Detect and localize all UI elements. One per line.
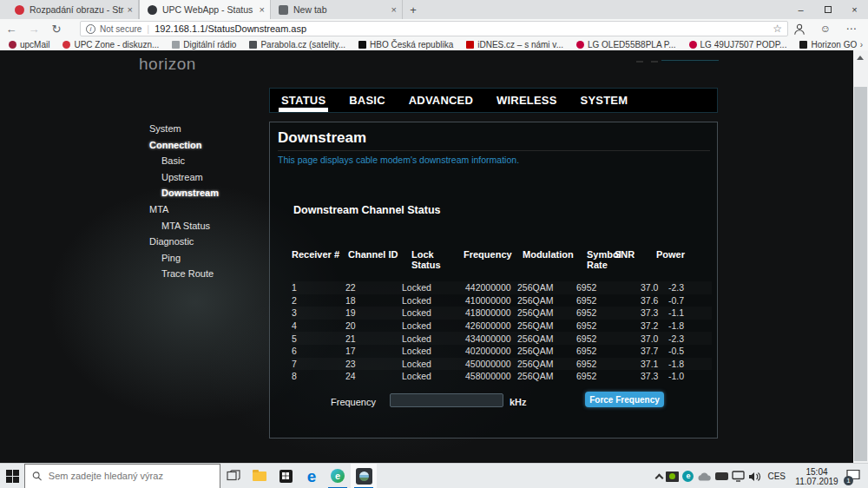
network-monitor-icon[interactable] — [732, 471, 745, 482]
refresh-button[interactable]: ↻ — [45, 23, 68, 36]
nav-tab[interactable]: WIRELESS — [496, 89, 557, 112]
search-input[interactable] — [49, 471, 213, 481]
sidebar-item[interactable]: Diagnostic — [149, 234, 279, 250]
table-header-cell: Lock Status — [411, 249, 464, 270]
sidebar-item[interactable]: Basic — [149, 153, 279, 169]
cell-modulation: 256QAM — [517, 333, 576, 344]
bookmark-favicon-icon — [358, 41, 366, 49]
table-header-cell: Modulation — [523, 249, 587, 270]
nav-tab[interactable]: ADVANCED — [409, 89, 473, 112]
cell-lock-status: Locked — [402, 371, 465, 381]
info-icon[interactable]: i — [86, 24, 95, 34]
battery-tray-icon[interactable] — [715, 472, 728, 480]
cell-power: -2.3 — [668, 282, 710, 293]
tab-close-icon[interactable]: × — [128, 4, 133, 15]
onedrive-cloud-icon[interactable] — [697, 472, 712, 481]
frequency-input[interactable] — [390, 393, 503, 407]
url-text[interactable]: 192.168.1.1/StatusDownstream.asp — [155, 23, 769, 34]
browser-toolbar: ← → ↻ i Not secure | 192.168.1.1/StatusD… — [0, 19, 868, 38]
nav-tab[interactable]: BASIC — [349, 89, 385, 112]
speaker-icon[interactable] — [748, 472, 761, 482]
cell-power: -1.1 — [668, 307, 710, 318]
cell-frequency: 434000000 — [465, 333, 517, 344]
scrollbar-up-arrow-icon[interactable] — [857, 56, 864, 60]
bookmark-item[interactable]: LG OLED55B8PLA P... — [576, 40, 676, 49]
sidebar-item[interactable]: Upstream — [149, 169, 279, 186]
browser-tab-bar: Rozpadání obrazu - Stránka 2 - T × UPC W… — [0, 0, 868, 19]
bookmarks-overflow-chevron-icon[interactable]: › — [860, 38, 863, 50]
horizon-logo: horizon — [139, 55, 196, 74]
cell-symbol-rate: 6952 — [576, 320, 641, 331]
sidebar-item[interactable]: System — [149, 121, 279, 137]
taskbar-search[interactable] — [24, 464, 220, 488]
cell-frequency: 450000000 — [465, 359, 517, 369]
minimize-button[interactable]: – — [787, 0, 814, 19]
store-icon — [279, 470, 293, 483]
sidebar-item[interactable]: Trace Route — [149, 266, 279, 282]
browser-scrollbar[interactable] — [853, 50, 868, 463]
browser-tab[interactable]: UPC WebApp - Status × — [139, 0, 271, 19]
force-frequency-button[interactable]: Force Frequency — [585, 392, 664, 407]
favorite-star-icon[interactable]: ☆ — [773, 23, 782, 35]
bookmark-item[interactable]: Digitální rádio — [172, 40, 236, 49]
sidebar-item[interactable]: Ping — [149, 250, 279, 267]
table-row: 2 18 Locked 410000000 256QAM 6952 37.6 -… — [292, 294, 712, 307]
partial-element — [636, 61, 643, 63]
bookmark-item[interactable]: LG 49UJ7507 PODP... — [689, 40, 787, 49]
photos-app-button[interactable] — [351, 464, 377, 488]
nvidia-tray-icon[interactable] — [666, 472, 679, 482]
file-explorer-button[interactable] — [247, 464, 273, 488]
address-bar[interactable]: i Not secure | 192.168.1.1/StatusDownstr… — [80, 21, 788, 36]
forward-button[interactable]: → — [23, 23, 45, 36]
store-button[interactable] — [273, 464, 299, 488]
maximize-icon — [825, 6, 832, 13]
cell-modulation: 256QAM — [517, 359, 576, 369]
bookmark-item[interactable]: HBO Česká republika — [358, 40, 453, 49]
language-indicator[interactable]: CES — [765, 472, 788, 481]
feedback-smiley-icon[interactable]: ☺ — [812, 23, 838, 35]
bookmark-favicon-icon — [172, 41, 180, 49]
close-button[interactable]: × — [841, 0, 868, 19]
bookmark-item[interactable]: Parabola.cz (satelity... — [249, 40, 345, 49]
back-button[interactable]: ← — [0, 23, 23, 36]
bookmark-item[interactable]: UPC Zone - diskuzn... — [62, 40, 159, 49]
bookmark-favicon-icon — [466, 41, 474, 49]
eset-tray-icon[interactable]: e — [682, 471, 694, 482]
nav-tab[interactable]: SYSTEM — [581, 89, 628, 112]
sidebar-item[interactable]: MTA — [149, 201, 279, 218]
start-button[interactable] — [0, 464, 24, 488]
tab-title: UPC WebApp - Status — [162, 4, 256, 15]
tab-close-icon[interactable]: × — [391, 4, 397, 15]
cell-symbol-rate: 6952 — [576, 371, 641, 381]
browser-tab[interactable]: Rozpadání obrazu - Stránka 2 - T × — [7, 0, 139, 19]
maximize-button[interactable] — [814, 0, 841, 19]
task-view-button[interactable] — [220, 464, 247, 488]
scrollbar-thumb[interactable] — [854, 87, 867, 461]
more-menu-icon[interactable]: ⋯ — [838, 23, 865, 35]
tray-chevron-up-icon[interactable] — [655, 473, 664, 482]
nav-tab-label: ADVANCED — [409, 94, 473, 107]
system-tray: e CES 15:04 11.07.2019 1 — [656, 464, 863, 488]
toolbar-right: ☺ ⋯ — [786, 19, 865, 38]
browser-app-button[interactable]: e — [325, 464, 351, 488]
sidebar-item[interactable]: MTA Status — [149, 218, 279, 234]
clock[interactable]: 15:04 11.07.2019 — [792, 467, 842, 486]
nav-tab[interactable]: STATUS — [281, 89, 326, 112]
nav-tab-label: SYSTEM — [581, 94, 628, 107]
cell-modulation: 256QAM — [517, 346, 576, 356]
profile-button[interactable] — [786, 23, 812, 36]
tab-close-icon[interactable]: × — [260, 4, 265, 15]
edge-button[interactable]: e — [299, 464, 325, 488]
bookmark-item[interactable]: upcMail — [9, 40, 49, 49]
bookmark-item[interactable]: iDNES.cz – s námi v... — [466, 40, 563, 49]
new-tab-button[interactable]: + — [403, 0, 424, 19]
action-center-button[interactable]: 1 — [845, 469, 863, 485]
tab-list: Rozpadání obrazu - Stránka 2 - T × UPC W… — [7, 0, 403, 19]
bookmark-item[interactable]: Horizon GO — [799, 40, 857, 49]
browser-tab[interactable]: New tab × — [271, 0, 403, 19]
frequency-label: Frequency — [331, 397, 376, 407]
cell-frequency: 402000000 — [465, 346, 517, 356]
sidebar-item[interactable]: Connection — [149, 137, 279, 154]
sidebar-item[interactable]: Downstream — [149, 185, 279, 201]
cell-snr: 37.6 — [641, 295, 668, 306]
